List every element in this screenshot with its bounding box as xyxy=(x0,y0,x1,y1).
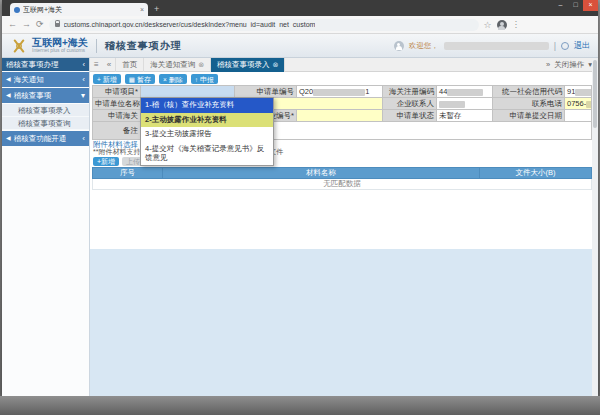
megaphone-icon: ◀ xyxy=(6,72,11,87)
new-tab-button[interactable]: + xyxy=(154,3,159,16)
phone-input[interactable]: 0756- xyxy=(565,98,592,110)
browser-tab-title: 互联网+海关 xyxy=(23,5,137,15)
phone-label: 联系电话 xyxy=(493,98,565,110)
form-toolbar: + 新增 ▦ 暂存 × 删除 ↑ 申报 xyxy=(90,73,598,85)
minimize-button[interactable]: – xyxy=(553,0,568,11)
credit-code-label: 统一社会信用代码 xyxy=(493,86,565,98)
delete-icon: × xyxy=(163,75,167,84)
content-empty-area xyxy=(90,249,592,396)
table-footer-space xyxy=(90,190,598,198)
apply-no-field: Q201 xyxy=(297,86,383,98)
favicon xyxy=(14,7,20,13)
apply-no-label: 申请单编号 xyxy=(235,86,297,98)
temp-save-button[interactable]: ▦ 暂存 xyxy=(125,74,155,84)
ssl-lock-icon xyxy=(55,23,60,27)
sidebar-item-audit-query[interactable]: 稽核查事项查询 xyxy=(2,117,89,130)
company-name-label: 申请单位名称 xyxy=(93,98,141,110)
main-panel: ≡ « 首页 海关通知查询 ⊗ 稽核查事项录入 ⊗ » 关闭操作 ▾ xyxy=(90,58,598,396)
refresh-icon[interactable]: ⟳ xyxy=(36,20,44,29)
close-operations-menu[interactable]: 关闭操作 xyxy=(554,60,584,70)
submit-date-field xyxy=(565,110,592,122)
empty-table-message: 无匹配数据 xyxy=(93,179,592,190)
sidebar-item-audit-function[interactable]: ◀ 稽核查功能开通 ‹ xyxy=(2,131,89,146)
user-icon xyxy=(394,41,404,51)
workspace-tabstrip: ≡ « 首页 海关通知查询 ⊗ 稽核查事项录入 ⊗ » 关闭操作 ▾ xyxy=(90,58,598,72)
plus-icon: + xyxy=(97,75,101,84)
contact-label: 企业联系人 xyxy=(383,98,437,110)
dropdown-option-2[interactable]: 2-主动披露作业补充资料 xyxy=(141,113,273,128)
browser-menu-icon[interactable]: ⋮ xyxy=(512,20,520,29)
scroll-tabs-left-icon[interactable]: « xyxy=(103,60,115,69)
sidebar-item-audit-matters[interactable]: ◀ 稽核查事项 ▾ xyxy=(2,88,89,103)
sidebar: 稽核查事项办理 ‹ ◀ 海关通知 ‹ ◀ 稽核查事项 ▾ 稽核查事项录入 稽核查… xyxy=(2,58,90,396)
add-button[interactable]: + 新增 xyxy=(93,74,121,84)
save-icon: ▦ xyxy=(129,75,135,84)
status-value: 未暂存 xyxy=(437,110,493,122)
close-button[interactable]: × xyxy=(583,0,598,11)
browser-titlebar: 互联网+海关 × + – □ × xyxy=(2,0,598,16)
attachment-add-button[interactable]: +新增 xyxy=(93,157,119,166)
vertical-scrollbar[interactable] xyxy=(592,58,598,396)
attachment-table: 序号 材料名称 文件大小(B) 无匹配数据 xyxy=(92,167,592,190)
address-bar[interactable]: customs.chinaport.gov.cn/deskserver/cus/… xyxy=(49,19,479,31)
desktop-background xyxy=(0,396,600,415)
sidebar-title: 稽核查事项办理 xyxy=(6,58,59,71)
header-divider xyxy=(96,39,97,53)
welcome-text: 欢迎您， xyxy=(409,41,439,51)
scroll-tabs-right-icon[interactable]: » xyxy=(546,60,550,69)
app-header: 互联网+海关 Internet plus of customs 稽核查事项办理 … xyxy=(2,34,598,58)
megaphone-icon: ◀ xyxy=(6,88,11,103)
apply-item-select[interactable] xyxy=(141,86,235,98)
customs-code-field: 44 xyxy=(437,86,493,98)
browser-urlbar: ← → ⟳ customs.chinaport.gov.cn/deskserve… xyxy=(2,16,598,34)
delete-button[interactable]: × 删除 xyxy=(159,74,187,84)
apply-item-dropdown: 1-稽（核）查作业补充资料 2-主动披露作业补充资料 3-提交主动披露报告 4-… xyxy=(140,97,274,166)
profile-avatar-icon[interactable] xyxy=(497,20,507,30)
menu-icon[interactable]: ≡ xyxy=(90,60,103,69)
sidebar-item-customs-notice[interactable]: ◀ 海关通知 ‹ xyxy=(2,72,89,87)
tab-close-icon[interactable]: × xyxy=(140,6,144,13)
tab-close-icon[interactable]: ⊗ xyxy=(198,58,204,72)
tab-audit-entry[interactable]: 稽核查事项录入 ⊗ xyxy=(211,58,285,72)
back-icon[interactable]: ← xyxy=(8,20,17,29)
bookmark-star-icon[interactable]: ☆ xyxy=(484,20,492,30)
job-no-input[interactable] xyxy=(297,110,383,122)
app-logo-subtitle: Internet plus of customs xyxy=(32,48,88,53)
remark-label: 备注 xyxy=(93,122,141,140)
customs-logo-icon xyxy=(10,37,28,55)
customs-code-label: 海关注册编码 xyxy=(383,86,437,98)
page-title: 稽核查事项办理 xyxy=(105,39,182,53)
apply-item-label: 申请项目* xyxy=(93,86,141,98)
column-header-index: 序号 xyxy=(93,168,163,179)
browser-tab[interactable]: 互联网+海关 × xyxy=(10,3,148,16)
chevron-left-icon: ‹ xyxy=(82,72,85,87)
tab-home[interactable]: 首页 xyxy=(115,58,144,72)
sidebar-header: 稽核查事项办理 ‹ xyxy=(2,58,89,71)
logout-button[interactable]: 退出 xyxy=(574,40,590,51)
column-header-filesize: 文件大小(B) xyxy=(480,168,592,179)
logout-icon xyxy=(561,42,569,50)
forward-icon[interactable]: → xyxy=(22,20,31,29)
dropdown-option-4[interactable]: 4-提交对《海关稽查记录意见书》反馈意见 xyxy=(141,142,273,165)
maximize-button[interactable]: □ xyxy=(568,0,583,11)
header-separator: | xyxy=(554,41,556,51)
dropdown-option-3[interactable]: 3-提交主动披露报告 xyxy=(141,127,273,142)
submit-date-label: 申请单提交日期 xyxy=(493,110,565,122)
tab-close-icon[interactable]: ⊗ xyxy=(273,58,279,72)
tab-notice-query[interactable]: 海关通知查询 ⊗ xyxy=(144,58,211,72)
sidebar-collapse-icon[interactable]: ‹ xyxy=(83,58,86,71)
chevron-down-icon: ▾ xyxy=(81,88,85,103)
status-label: 申请单状态 xyxy=(383,110,437,122)
chevron-left-icon: ‹ xyxy=(82,131,85,146)
contact-field[interactable] xyxy=(437,98,493,110)
redacted-username xyxy=(444,42,549,50)
declare-button[interactable]: ↑ 申报 xyxy=(191,74,218,84)
megaphone-icon: ◀ xyxy=(6,131,11,146)
url-text: customs.chinaport.gov.cn/deskserver/cus/… xyxy=(64,21,316,28)
dropdown-option-1[interactable]: 1-稽（核）查作业补充资料 xyxy=(141,98,273,113)
scrollbar-thumb[interactable] xyxy=(593,60,597,128)
window-controls: – □ × xyxy=(553,0,598,11)
sidebar-item-audit-entry[interactable]: 稽核查事项录入 xyxy=(2,104,89,117)
column-header-material: 材料名称 xyxy=(163,168,480,179)
upload-icon: ↑ xyxy=(195,75,198,84)
